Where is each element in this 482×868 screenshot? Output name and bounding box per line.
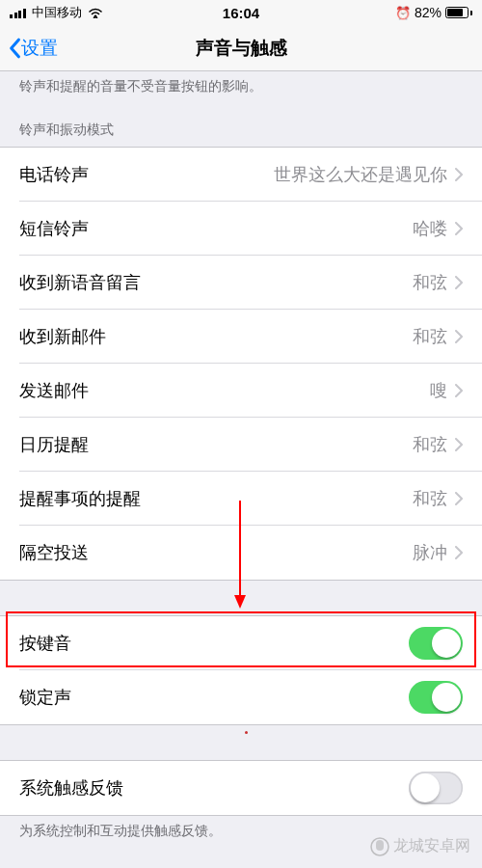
carrier-label: 中国移动 (32, 4, 82, 21)
watermark: 龙城安卓网 (370, 836, 470, 856)
row-ringtone[interactable]: 电话铃声 世界这么大还是遇见你 (0, 148, 482, 202)
row-value: 和弦 (413, 271, 447, 294)
alarm-icon: ⏰ (395, 6, 411, 20)
row-text-tone[interactable]: 短信铃声 哈喽 (0, 202, 482, 256)
chevron-right-icon (455, 546, 463, 559)
section-header: 铃声和振动模式 (0, 104, 482, 147)
row-label: 日历提醒 (19, 433, 89, 456)
row-label: 收到新语音留言 (19, 271, 141, 294)
helper-text-top: 铃声和提醒的音量不受音量按钮的影响。 (0, 71, 482, 104)
watermark-text: 龙城安卓网 (393, 836, 470, 856)
row-reminder[interactable]: 提醒事项的提醒 和弦 (0, 472, 482, 526)
row-sent-mail[interactable]: 发送邮件 嗖 (0, 364, 482, 418)
status-time: 16:04 (223, 5, 259, 21)
back-button[interactable]: 设置 (0, 36, 58, 61)
row-airdrop[interactable]: 隔空投送 脉冲 (0, 526, 482, 580)
nav-bar: 设置 声音与触感 (0, 25, 482, 71)
chevron-right-icon (455, 276, 463, 289)
row-value: 和弦 (413, 433, 447, 456)
status-bar: 中国移动 16:04 ⏰ 82% (0, 0, 482, 25)
row-value: 嗖 (430, 379, 447, 402)
dot-annotation (245, 731, 248, 734)
chevron-right-icon (455, 168, 463, 181)
row-value: 和弦 (413, 325, 447, 348)
ringtone-list: 电话铃声 世界这么大还是遇见你 短信铃声 哈喽 收到新语音留言 和弦 收到新邮件… (0, 147, 482, 581)
row-value: 脉冲 (413, 541, 447, 564)
battery-percentage: 82% (415, 5, 442, 20)
chevron-right-icon (455, 492, 463, 505)
toggle-keyboard-clicks[interactable] (409, 627, 463, 660)
battery-icon (445, 7, 472, 18)
row-value: 哈喽 (413, 217, 447, 240)
back-label: 设置 (21, 36, 58, 61)
toggle-system-haptics[interactable] (409, 772, 463, 804)
row-calendar[interactable]: 日历提醒 和弦 (0, 418, 482, 472)
chevron-right-icon (455, 222, 463, 235)
sound-toggles-list: 按键音 锁定声 (0, 615, 482, 725)
row-value: 和弦 (413, 487, 447, 510)
row-value: 世界这么大还是遇见你 (274, 163, 447, 186)
row-label: 提醒事项的提醒 (19, 487, 141, 510)
row-label: 锁定声 (19, 686, 71, 709)
page-title: 声音与触感 (196, 36, 287, 61)
row-label: 按键音 (19, 632, 71, 655)
chevron-right-icon (455, 330, 463, 343)
row-keyboard-clicks: 按键音 (0, 616, 482, 670)
row-label: 短信铃声 (19, 217, 89, 240)
row-new-mail[interactable]: 收到新邮件 和弦 (0, 310, 482, 364)
row-label: 系统触感反馈 (19, 776, 123, 800)
watermark-icon (370, 837, 389, 856)
row-lock-sound: 锁定声 (0, 670, 482, 724)
row-system-haptics: 系统触感反馈 (0, 761, 482, 815)
haptic-list: 系统触感反馈 (0, 760, 482, 816)
wifi-icon (88, 7, 103, 18)
row-label: 发送邮件 (19, 379, 89, 402)
row-label: 电话铃声 (19, 163, 89, 186)
svg-point-0 (94, 15, 96, 18)
chevron-left-icon (8, 38, 21, 59)
row-label: 收到新邮件 (19, 325, 106, 348)
row-label: 隔空投送 (19, 541, 89, 564)
row-voicemail[interactable]: 收到新语音留言 和弦 (0, 256, 482, 310)
chevron-right-icon (455, 438, 463, 451)
chevron-right-icon (455, 384, 463, 397)
toggle-lock-sound[interactable] (409, 681, 463, 714)
signal-icon (10, 7, 26, 18)
